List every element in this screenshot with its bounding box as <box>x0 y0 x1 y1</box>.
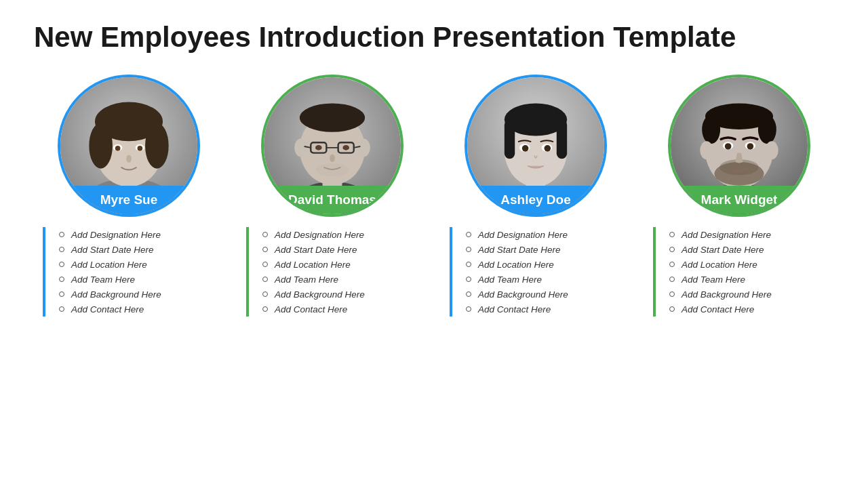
bullet-icon <box>262 291 268 297</box>
page-title: New Employees Introduction Presentation … <box>34 20 834 54</box>
info-text-0: Add Designation Here <box>71 230 161 240</box>
info-text-3: Add Team Here <box>682 274 745 285</box>
info-text-2: Add Location Here <box>682 260 757 270</box>
bullet-icon <box>59 232 64 237</box>
info-text-5: Add Contact Here <box>275 304 347 314</box>
profile-circle-david-thomas: David Thomas <box>261 75 403 217</box>
info-item-1: Add Start Date Here <box>669 242 824 257</box>
svg-point-54 <box>765 142 778 160</box>
info-list-ashley-doe: Add Designation HereAdd Start Date HereA… <box>450 227 627 317</box>
profile-circle-myre-sue: Myre Sue <box>58 75 200 217</box>
info-text-2: Add Location Here <box>478 260 554 270</box>
bullet-icon <box>262 277 268 282</box>
bullet-icon <box>59 291 64 297</box>
info-text-2: Add Location Here <box>71 260 147 270</box>
bullet-icon <box>262 232 268 237</box>
info-text-5: Add Contact Here <box>71 304 144 314</box>
name-overlay-mark-widget: Mark Widget <box>671 186 808 214</box>
info-item-2: Add Location Here <box>669 257 824 272</box>
info-text-5: Add Contact Here <box>478 304 551 314</box>
info-item-1: Add Start Date Here <box>262 242 417 257</box>
bullet-icon <box>466 277 471 282</box>
page-header: New Employees Introduction Presentation … <box>0 0 868 61</box>
info-item-1: Add Start Date Here <box>466 242 620 257</box>
info-list-mark-widget: Add Designation HereAdd Start Date HereA… <box>653 227 831 317</box>
bullet-icon <box>262 262 268 267</box>
bullet-icon <box>669 232 675 237</box>
name-overlay-david-thomas: David Thomas <box>264 186 401 214</box>
svg-point-11 <box>115 146 121 151</box>
bullet-icon <box>59 247 64 252</box>
profile-circle-mark-widget: Mark Widget <box>668 75 810 217</box>
info-item-4: Add Background Here <box>262 287 417 302</box>
svg-point-30 <box>330 155 335 163</box>
bullet-icon <box>669 247 675 252</box>
svg-point-31 <box>316 163 349 176</box>
svg-point-21 <box>294 139 307 157</box>
info-item-1: Add Start Date Here <box>59 242 214 257</box>
svg-point-49 <box>702 115 720 144</box>
employee-card-ashley-doe: Ashley DoeAdd Designation HereAdd Start … <box>444 75 627 317</box>
svg-rect-39 <box>557 120 567 159</box>
svg-rect-38 <box>505 120 515 159</box>
svg-point-22 <box>357 139 370 157</box>
info-text-0: Add Designation Here <box>275 230 364 240</box>
info-item-0: Add Designation Here <box>59 227 214 242</box>
svg-point-58 <box>747 144 754 150</box>
bullet-icon <box>59 306 64 312</box>
bullet-icon <box>262 306 268 312</box>
info-item-4: Add Background Here <box>59 287 214 302</box>
employee-name-ashley-doe: Ashley Doe <box>500 192 570 207</box>
info-item-4: Add Background Here <box>669 287 824 302</box>
info-text-2: Add Location Here <box>275 260 351 270</box>
info-text-4: Add Background Here <box>275 289 365 300</box>
info-text-1: Add Start Date Here <box>275 245 357 255</box>
svg-point-20 <box>300 104 365 132</box>
info-text-1: Add Start Date Here <box>71 245 154 255</box>
bullet-icon <box>669 291 675 297</box>
info-text-4: Add Background Here <box>478 289 568 300</box>
bullet-icon <box>669 262 675 267</box>
svg-point-42 <box>522 145 529 152</box>
svg-point-7 <box>89 123 113 169</box>
bullet-icon <box>262 247 268 252</box>
info-text-1: Add Start Date Here <box>682 245 764 255</box>
info-text-0: Add Designation Here <box>478 230 568 240</box>
info-item-0: Add Designation Here <box>669 227 824 242</box>
svg-point-53 <box>700 142 713 160</box>
info-text-3: Add Team Here <box>478 274 542 285</box>
info-item-3: Add Team Here <box>262 272 417 287</box>
profile-circle-ashley-doe: Ashley Doe <box>465 75 607 217</box>
svg-point-50 <box>758 115 776 144</box>
employee-card-myre-sue: Myre SueAdd Designation HereAdd Start Da… <box>37 75 220 317</box>
bullet-icon <box>466 247 471 252</box>
svg-point-12 <box>138 146 143 151</box>
bullet-icon <box>466 232 471 237</box>
info-item-2: Add Location Here <box>262 257 417 272</box>
employee-card-david-thomas: David ThomasAdd Designation HereAdd Star… <box>241 75 424 317</box>
info-list-myre-sue: Add Designation HereAdd Start Date HereA… <box>43 227 220 317</box>
info-item-5: Add Contact Here <box>262 302 417 317</box>
info-text-3: Add Team Here <box>71 274 135 285</box>
employee-name-mark-widget: Mark Widget <box>701 192 778 207</box>
bullet-icon <box>669 277 675 282</box>
svg-point-13 <box>126 155 132 163</box>
info-item-5: Add Contact Here <box>669 302 824 317</box>
svg-point-57 <box>725 144 732 150</box>
employee-card-mark-widget: Mark WidgetAdd Designation HereAdd Start… <box>648 75 831 317</box>
name-overlay-ashley-doe: Ashley Doe <box>467 186 604 214</box>
info-text-3: Add Team Here <box>275 274 338 285</box>
bullet-icon <box>59 277 64 282</box>
info-text-0: Add Designation Here <box>682 230 771 240</box>
bullet-icon <box>466 306 471 312</box>
svg-point-8 <box>145 123 169 169</box>
bullet-icon <box>466 262 471 267</box>
info-item-3: Add Team Here <box>669 272 824 287</box>
svg-point-28 <box>315 145 322 150</box>
bullet-icon <box>59 262 64 267</box>
bullet-icon <box>669 306 675 312</box>
employee-name-myre-sue: Myre Sue <box>100 192 157 207</box>
info-text-4: Add Background Here <box>71 289 161 300</box>
info-item-3: Add Team Here <box>59 272 214 287</box>
name-overlay-myre-sue: Myre Sue <box>60 186 197 214</box>
